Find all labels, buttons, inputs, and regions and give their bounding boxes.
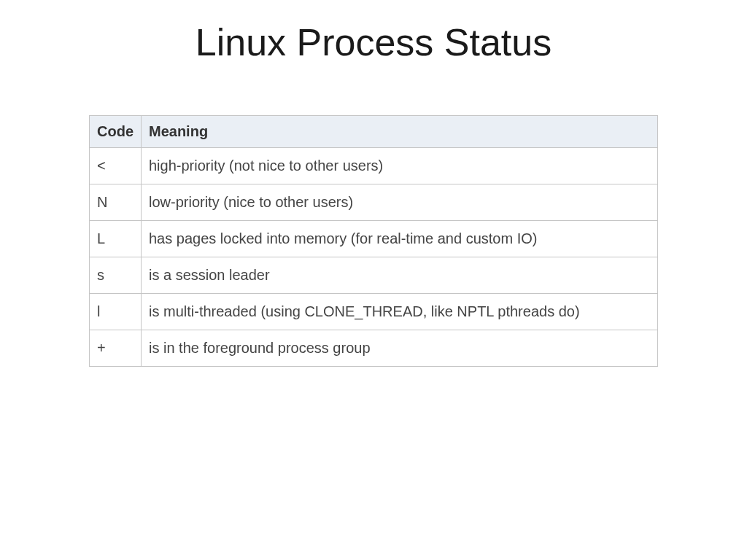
table-row: + is in the foreground process group <box>90 330 658 367</box>
cell-code: + <box>90 330 142 367</box>
process-status-table: Code Meaning < high-priority (not nice t… <box>89 115 658 367</box>
table-container: Code Meaning < high-priority (not nice t… <box>89 115 658 367</box>
cell-meaning: high-priority (not nice to other users) <box>142 148 658 184</box>
cell-code: L <box>90 221 142 257</box>
cell-code: s <box>90 257 142 294</box>
cell-meaning: low-priority (nice to other users) <box>142 184 658 221</box>
cell-code: < <box>90 148 142 184</box>
table-row: l is multi-threaded (using CLONE_THREAD,… <box>90 294 658 330</box>
table-row: N low-priority (nice to other users) <box>90 184 658 221</box>
header-code: Code <box>90 116 142 148</box>
header-meaning: Meaning <box>142 116 658 148</box>
cell-meaning: is in the foreground process group <box>142 330 658 367</box>
cell-code: l <box>90 294 142 330</box>
cell-meaning: is a session leader <box>142 257 658 294</box>
cell-code: N <box>90 184 142 221</box>
table-header-row: Code Meaning <box>90 116 658 148</box>
table-row: < high-priority (not nice to other users… <box>90 148 658 184</box>
slide-container: Linux Process Status Code Meaning < high… <box>0 0 747 560</box>
table-row: s is a session leader <box>90 257 658 294</box>
cell-meaning: has pages locked into memory (for real-t… <box>142 221 658 257</box>
page-title: Linux Process Status <box>29 20 718 64</box>
table-row: L has pages locked into memory (for real… <box>90 221 658 257</box>
cell-meaning: is multi-threaded (using CLONE_THREAD, l… <box>142 294 658 330</box>
